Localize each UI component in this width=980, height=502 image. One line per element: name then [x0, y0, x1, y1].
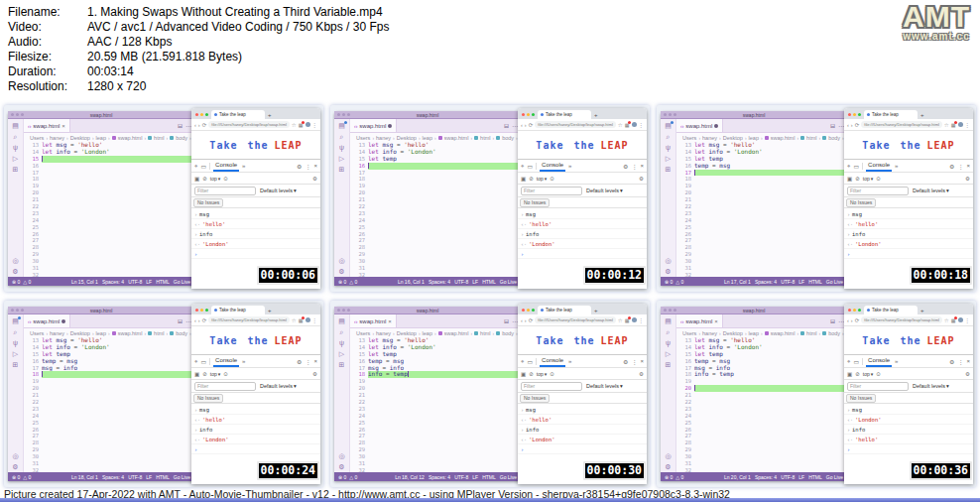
- line-number: 25: [24, 224, 42, 231]
- levels-dropdown: Default levels▾: [913, 188, 949, 193]
- code-symbol-icon: [112, 331, 116, 335]
- line-number: 28: [676, 244, 694, 251]
- console-settings-icon: ⚙: [312, 176, 317, 182]
- console-sidebar-icon: ▣: [521, 371, 526, 377]
- warning-count: △ 0: [349, 474, 357, 480]
- code-line: 21: [676, 392, 847, 399]
- code-line: 31: [676, 460, 847, 467]
- split-editor-icon: ⊟: [830, 122, 835, 129]
- console-toolbar: ▣⊘top▾⊙⚙: [518, 173, 647, 185]
- forward-icon: ›: [198, 317, 200, 323]
- console-text: msg: [199, 407, 209, 413]
- context-label: top: [210, 371, 217, 377]
- line-number: 26: [350, 427, 368, 434]
- console-text: 'hello': [855, 437, 878, 442]
- forward-icon: ›: [851, 317, 853, 323]
- console-res-row: ‹·'London': [844, 239, 973, 249]
- no-issues-chip: No Issues: [520, 198, 550, 207]
- breadcrumb: Users›haney›Desktop›leap›swap.html›html›…: [24, 133, 194, 142]
- extensions-icon: ⊞: [339, 166, 345, 173]
- line-number: 20: [350, 189, 368, 196]
- line-number: 14: [24, 149, 42, 156]
- source-control-icon: ψ: [339, 339, 344, 346]
- console-prompt-row: ›: [191, 249, 320, 259]
- line-number: 13: [24, 142, 42, 149]
- line-number: 17: [24, 365, 42, 372]
- breadcrumb-separator: ›: [166, 330, 168, 336]
- warning-count: △ 0: [23, 279, 31, 285]
- breadcrumb-separator: ›: [144, 330, 146, 336]
- activity-bar: ▤⌕ψ▷⊞◎⚙: [8, 314, 24, 472]
- search-icon: ⌕: [14, 133, 18, 140]
- chevron-down-icon: ▾: [946, 188, 949, 193]
- breadcrumb-separator: ›: [761, 135, 763, 141]
- console-res-row: ‹·'hello': [191, 219, 320, 229]
- editor-tab: ‹›swap.html×: [350, 314, 397, 327]
- code-token: temp: [719, 370, 733, 377]
- console-text: 'hello': [202, 417, 225, 423]
- page-heading: Take the: [209, 335, 268, 346]
- browser-window: Take the leap+‹›⟳file:///Users/haney/Des…: [844, 108, 973, 289]
- activity-bar: ▤⌕ψ▷⊞◎⚙: [8, 119, 24, 277]
- line-number: 13: [24, 337, 42, 344]
- line-number: 21: [350, 196, 368, 203]
- code-line: 18: [350, 176, 521, 183]
- console-sidebar-icon: ▣: [847, 176, 852, 182]
- line-number: 15: [24, 156, 42, 163]
- code-line: 28: [24, 244, 194, 251]
- breadcrumb-item: Users: [682, 135, 696, 141]
- tab-console: Console: [540, 355, 565, 367]
- context-label: top: [863, 371, 870, 377]
- code-line: 20: [350, 385, 521, 392]
- error-count: ⊗ 0: [338, 474, 346, 480]
- code-token: let: [368, 155, 382, 162]
- tab-label: swap.html: [33, 318, 60, 324]
- code-line: 26: [676, 427, 847, 434]
- vscode-titlebar: swap.html: [661, 111, 847, 119]
- result-arrow-icon: ‹·: [847, 437, 853, 442]
- line-number: 20: [24, 385, 42, 392]
- code-line: 23: [676, 210, 847, 217]
- line-number: 18: [676, 371, 694, 378]
- console-settings-icon: ⚙: [965, 371, 970, 377]
- editor-tab: ‹›swap.html: [24, 314, 70, 327]
- code-token: =: [397, 343, 408, 350]
- status-item: Spaces: 4: [755, 474, 777, 480]
- tag-symbol-icon: [148, 331, 152, 335]
- result-arrow-icon: ‹·: [521, 437, 527, 442]
- thumbnail: swap.html▤⌕ψ▷⊞◎⚙‹›swap.html×⊟⋯Users›hane…: [4, 105, 323, 292]
- file-info-row: Duration:00:03:14: [8, 64, 389, 79]
- bookmark-icon: ☆: [292, 317, 297, 323]
- settings-icon: ⚙: [665, 268, 671, 275]
- tag-symbol-icon: [170, 331, 174, 335]
- context-label: top: [210, 176, 217, 182]
- profile-avatar: [632, 122, 637, 127]
- result-arrow-icon: ‹·: [847, 221, 853, 227]
- settings-icon: ⚙: [949, 358, 954, 365]
- traffic-lights-icon: [522, 113, 535, 116]
- settings-icon: ⚙: [949, 163, 954, 170]
- status-item: UTF-8: [781, 279, 795, 285]
- code-line: 25: [676, 420, 847, 427]
- line-number: 29: [24, 446, 42, 453]
- profile-avatar: [306, 317, 310, 322]
- line-number: 29: [676, 251, 694, 258]
- code-token: temp: [694, 162, 708, 169]
- line-number: 26: [350, 231, 368, 238]
- line-number: 18: [350, 371, 368, 378]
- status-item: Spaces: 4: [102, 474, 124, 480]
- breadcrumb-item: leap: [749, 330, 759, 336]
- code-symbol-icon: [438, 136, 442, 140]
- address-bar: file:///Users/haney/Desktop/leap/swap.ht…: [861, 316, 942, 323]
- console-text: 'London': [529, 437, 555, 442]
- vscode-window: swap.html▤⌕ψ▷⊞◎⚙‹›swap.html×⊟⋯Users›hane…: [334, 307, 521, 481]
- tab-console: Console: [866, 160, 892, 172]
- run-debug-icon: ▷: [13, 155, 18, 162]
- account-icon: ◎: [338, 257, 344, 264]
- code-token: info: [368, 370, 382, 377]
- line-number: 15: [24, 351, 42, 358]
- line-number: 18: [350, 176, 368, 183]
- line-number: 22: [676, 203, 694, 210]
- extension-badge: [302, 121, 305, 124]
- text-cursor: [42, 156, 43, 162]
